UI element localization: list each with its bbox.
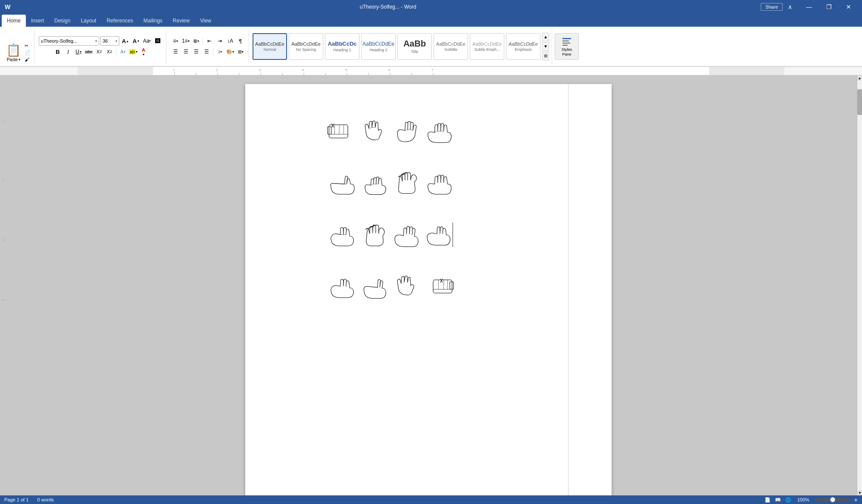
svg-text:6: 6 bbox=[388, 68, 390, 72]
scroll-up-button[interactable]: ▲ bbox=[857, 75, 862, 81]
svg-rect-5 bbox=[562, 45, 568, 46]
hand-symbol-2-3 bbox=[392, 170, 422, 196]
style-no-spacing[interactable]: AaBbCcDdEe No Spacing bbox=[289, 33, 323, 60]
paste-dropdown-arrow[interactable]: ▾ bbox=[19, 58, 20, 62]
subscript-button[interactable]: X2 bbox=[94, 47, 104, 56]
cut-button[interactable]: ✂ bbox=[25, 43, 31, 49]
styles-pane-button[interactable]: StylesPane bbox=[555, 33, 579, 60]
paste-label: Paste bbox=[7, 57, 18, 62]
scroll-thumb[interactable] bbox=[857, 89, 862, 115]
style-emphasis[interactable]: AaBbCcDdEe Emphasis bbox=[506, 33, 540, 60]
line-spacing-button[interactable]: ↕▾ bbox=[215, 47, 225, 56]
ribbon-collapse-icon[interactable]: ∧ bbox=[788, 3, 792, 10]
hand-symbol-3-4 bbox=[424, 222, 454, 248]
hand-row-4 bbox=[327, 274, 551, 299]
sort-button[interactable]: ↕A bbox=[225, 36, 235, 46]
increase-font-button[interactable]: A▲ bbox=[121, 36, 130, 46]
svg-line-37 bbox=[405, 130, 408, 131]
view-print-layout[interactable]: 📄 bbox=[765, 497, 771, 503]
align-center-button[interactable]: ☰ bbox=[181, 47, 191, 56]
tab-home[interactable]: Home bbox=[2, 15, 26, 27]
font-size-dropdown-arrow[interactable]: ▾ bbox=[116, 39, 117, 43]
svg-line-39 bbox=[411, 130, 413, 131]
hand-symbol-1-3 bbox=[392, 118, 422, 144]
paste-group: 📋 Paste ▾ ✂ 📄 🖌 bbox=[3, 29, 34, 64]
font-name-input[interactable]: uTheory-Solfeg... ▾ bbox=[39, 36, 99, 46]
app-icon: W bbox=[3, 3, 12, 11]
styles-scroll-down[interactable]: ▼ bbox=[542, 42, 549, 51]
tab-view[interactable]: View bbox=[195, 15, 216, 27]
hand-symbol-2-2 bbox=[359, 170, 390, 196]
share-button[interactable]: Share bbox=[761, 3, 783, 11]
styles-scroll-up[interactable]: ▲ bbox=[542, 33, 549, 41]
tab-layout[interactable]: Layout bbox=[75, 15, 101, 27]
hand-symbol-1-1 bbox=[327, 118, 357, 144]
zoom-in[interactable]: + bbox=[854, 496, 858, 503]
hand-symbol-1-4 bbox=[424, 118, 454, 144]
styles-gallery: AaBbCcDdEe Normal AaBbCcDdEe No Spacing … bbox=[253, 33, 549, 60]
minimize-button[interactable]: — bbox=[799, 0, 819, 14]
style-heading1[interactable]: AaBbCcDc Heading 1 bbox=[325, 33, 359, 60]
show-formatting-button[interactable]: ¶ bbox=[236, 36, 245, 46]
borders-button[interactable]: ⊞▾ bbox=[236, 47, 245, 56]
tab-mailings[interactable]: Mailings bbox=[138, 15, 168, 27]
hand-symbol-4-4 bbox=[424, 274, 454, 299]
superscript-button[interactable]: X2 bbox=[105, 47, 114, 56]
ribbon: 📋 Paste ▾ ✂ 📄 🖌 uTheory-Solfeg... ▾ bbox=[0, 27, 862, 67]
zoom-slider[interactable] bbox=[815, 498, 850, 501]
justify-button[interactable]: ☰ bbox=[202, 47, 211, 56]
svg-rect-2 bbox=[562, 38, 571, 39]
tab-insert[interactable]: Insert bbox=[26, 15, 49, 27]
change-case-button[interactable]: Aa▾ bbox=[142, 36, 152, 46]
align-left-button[interactable]: ☰ bbox=[171, 47, 180, 56]
page-info: Page 1 of 1 bbox=[4, 497, 28, 502]
tab-design[interactable]: Design bbox=[49, 15, 75, 27]
text-effects-button[interactable]: A▾ bbox=[118, 47, 128, 56]
multilevel-list-button[interactable]: ≣▾ bbox=[191, 36, 201, 46]
decrease-font-button[interactable]: A▼ bbox=[131, 36, 141, 46]
styles-pane-label: StylesPane bbox=[562, 47, 572, 57]
svg-rect-4 bbox=[562, 43, 570, 44]
text-highlight-button[interactable]: ab▾ bbox=[128, 47, 138, 56]
underline-button[interactable]: U▾ bbox=[74, 47, 83, 56]
hand-row-1 bbox=[327, 118, 551, 144]
style-subtle-emphasis[interactable]: AaBbCcDdEe Subtle Emph... bbox=[470, 33, 504, 60]
font-size-input[interactable]: 36 ▾ bbox=[100, 36, 119, 46]
scroll-down-button[interactable]: ▼ bbox=[857, 490, 862, 495]
svg-line-45 bbox=[371, 184, 373, 185]
numbering-button[interactable]: 1≡▾ bbox=[181, 36, 191, 46]
hand-symbol-4-3 bbox=[392, 274, 422, 299]
increase-indent-button[interactable]: ⇥ bbox=[215, 36, 225, 46]
ribbon-tab-bar: Home Insert Design Layout References Mai… bbox=[0, 14, 862, 27]
ruler: 1 2 3 4 5 6 7 bbox=[0, 67, 862, 75]
tab-references[interactable]: References bbox=[101, 15, 138, 27]
copy-button[interactable]: 📄 bbox=[25, 50, 31, 56]
align-right-button[interactable]: ☰ bbox=[191, 47, 201, 56]
ruler-inner: 1 2 3 4 5 6 7 bbox=[153, 67, 709, 75]
shading-button[interactable]: 🎨▾ bbox=[225, 47, 235, 56]
view-read[interactable]: 📖 bbox=[775, 497, 781, 503]
decrease-indent-button[interactable]: ⇤ bbox=[205, 36, 214, 46]
format-painter-button[interactable]: 🖌 bbox=[25, 57, 31, 62]
styles-expand[interactable]: ⊞ bbox=[542, 52, 549, 60]
vertical-scrollbar[interactable]: ▲ ▼ bbox=[857, 75, 862, 504]
style-normal[interactable]: AaBbCcDdEe Normal bbox=[253, 33, 287, 60]
italic-button[interactable]: I bbox=[63, 47, 73, 56]
close-button[interactable]: ✕ bbox=[839, 0, 859, 14]
font-color-button[interactable]: A ▾ bbox=[139, 47, 148, 56]
bullets-button[interactable]: ≡▾ bbox=[171, 36, 180, 46]
page-area[interactable] bbox=[6, 75, 850, 504]
restore-button[interactable]: ❐ bbox=[819, 0, 839, 14]
bold-button[interactable]: B bbox=[53, 47, 62, 56]
view-web[interactable]: 🌐 bbox=[785, 497, 791, 503]
tab-review[interactable]: Review bbox=[168, 15, 195, 27]
styles-pane-icon bbox=[562, 36, 572, 47]
style-heading2[interactable]: AaBbCcDdEe Heading 2 bbox=[361, 33, 396, 60]
svg-line-50 bbox=[344, 235, 346, 235]
strikethrough-button[interactable]: abc bbox=[84, 47, 94, 56]
style-subtitle[interactable]: AaBbCcDdEe Subtitle bbox=[434, 33, 468, 60]
paste-button[interactable]: 📋 Paste ▾ bbox=[6, 44, 21, 62]
font-name-dropdown-arrow[interactable]: ▾ bbox=[95, 39, 97, 43]
clear-formatting-button[interactable]: 🅰 bbox=[153, 36, 162, 46]
style-title[interactable]: AaBb Title bbox=[397, 33, 432, 60]
